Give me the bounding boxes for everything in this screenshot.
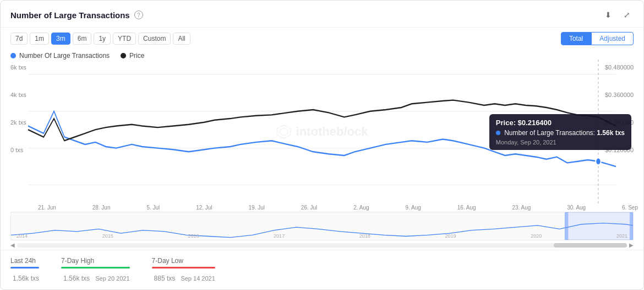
y-label-6k: 6k txs	[10, 64, 26, 71]
stat-bar-high	[61, 267, 130, 268]
legend-dot-txs	[10, 53, 16, 58]
time-btn-1m[interactable]: 1m	[30, 33, 49, 45]
stat-7day-low: 7-Day Low 885 txs Sep 14 2021	[152, 257, 215, 284]
legend-item-price: Price	[121, 52, 144, 60]
view-btn-total[interactable]: Total	[561, 32, 591, 45]
mini-x-2015: 2015	[102, 233, 113, 239]
main-container: Number of Large Transactions ? ⬇ ⤢ 7d 1m…	[0, 0, 644, 290]
stat-label-high: 7-Day High	[61, 257, 130, 265]
mini-chart: 2014 2015 2016 2017 2018 2019 2020 2021	[10, 212, 634, 240]
x-label-0: 21. Jun	[38, 205, 56, 211]
view-btn-adjusted[interactable]: Adjusted	[591, 32, 634, 45]
stat-bar-low	[152, 267, 215, 268]
legend-dot-price	[121, 53, 126, 58]
x-label-3: 12. Jul	[196, 205, 212, 211]
tooltip: Price: $0.216400 Number of Large Transac…	[489, 114, 631, 150]
stat-value-24h: 1.56k txs	[10, 270, 39, 284]
tooltip-txs-label: Number of Large Transactions:	[504, 129, 595, 137]
x-label-7: 9. Aug	[405, 205, 421, 211]
legend-label-price: Price	[129, 52, 144, 60]
stat-last24h: Last 24h 1.56k txs	[10, 257, 39, 284]
y-label-4k: 4k txs	[10, 92, 26, 98]
time-btn-6m[interactable]: 6m	[73, 33, 92, 45]
x-label-6: 2. Aug	[353, 205, 369, 211]
legend-label-txs: Number Of Large Transactions	[19, 52, 110, 60]
mini-x-2021: 2021	[616, 233, 627, 239]
mini-x-2017: 2017	[274, 233, 285, 239]
x-label-1: 28. Jun	[92, 205, 111, 211]
time-btn-1y[interactable]: 1y	[94, 33, 111, 45]
scroll-left[interactable]: ◀	[10, 242, 15, 248]
x-label-4: 19. Jul	[249, 205, 265, 211]
x-label-8: 16. Aug	[457, 205, 476, 211]
time-btn-custom[interactable]: Custom	[138, 33, 171, 45]
stat-value-low: 885 txs Sep 14 2021	[152, 270, 215, 284]
toolbar: 7d 1m 3m 6m 1y YTD Custom All Total Adju…	[1, 28, 643, 50]
svg-point-5	[596, 158, 601, 165]
header-left: Number of Large Transactions ?	[10, 10, 143, 20]
stat-7day-high: 7-Day High 1.56k txs Sep 20 2021	[61, 257, 130, 284]
y-label-2k: 2k txs	[10, 119, 26, 126]
stats-row: Last 24h 1.56k txs 7-Day High 1.56k txs …	[1, 250, 643, 289]
stat-bar-24h	[10, 267, 39, 268]
legend: Number Of Large Transactions Price	[1, 50, 643, 60]
download-button[interactable]: ⬇	[602, 8, 615, 22]
stat-date-high: Sep 20 2021	[95, 275, 129, 282]
time-btn-3m[interactable]: 3m	[51, 33, 70, 45]
scrollbar: ◀ ▶	[1, 240, 643, 250]
mini-x-2014: 2014	[17, 233, 28, 239]
x-label-10: 30. Aug	[567, 205, 586, 211]
mini-x-2016: 2016	[188, 233, 199, 239]
scrollbar-track[interactable]	[17, 243, 627, 248]
mini-x-2019: 2019	[445, 233, 456, 239]
legend-item-txs: Number Of Large Transactions	[10, 52, 110, 60]
tooltip-price-value: $0.216400	[518, 119, 552, 127]
stat-date-low: Sep 14 2021	[181, 275, 215, 282]
mini-x-2018: 2018	[359, 233, 370, 239]
tooltip-txs-value: 1.56k txs	[597, 129, 625, 137]
help-icon[interactable]: ?	[134, 10, 143, 19]
time-buttons: 7d 1m 3m 6m 1y YTD Custom All	[10, 33, 190, 45]
view-buttons: Total Adjusted	[561, 32, 634, 45]
expand-button[interactable]: ⤢	[620, 8, 634, 22]
mini-x-2020: 2020	[531, 233, 542, 239]
x-label-11: 6. Sep	[622, 205, 638, 211]
header: Number of Large Transactions ? ⬇ ⤢	[1, 1, 643, 28]
stat-label-24h: Last 24h	[10, 257, 39, 265]
y-label-0: 0 txs	[10, 147, 23, 153]
header-actions: ⬇ ⤢	[602, 8, 634, 22]
x-label-5: 26. Jul	[301, 205, 317, 211]
time-btn-all[interactable]: All	[173, 33, 190, 45]
tooltip-dot	[496, 131, 500, 135]
time-btn-ytd[interactable]: YTD	[113, 33, 136, 45]
time-btn-7d[interactable]: 7d	[10, 33, 28, 45]
chart-title: Number of Large Transactions	[10, 10, 130, 20]
stat-label-low: 7-Day Low	[152, 257, 215, 265]
scroll-right[interactable]: ▶	[629, 242, 634, 248]
tooltip-price: Price: $0.216400	[496, 119, 625, 127]
x-label-9: 23. Aug	[512, 205, 531, 211]
chart-area: 6k txs 4k txs 2k txs 0 txs $0.480000 $0.…	[1, 60, 643, 203]
stat-value-high: 1.56k txs Sep 20 2021	[61, 270, 130, 284]
tooltip-price-label: Price:	[496, 119, 516, 127]
scrollbar-thumb[interactable]	[554, 243, 627, 248]
tooltip-txs: Number of Large Transactions: 1.56k txs	[496, 129, 625, 137]
x-labels: 21. Jun 28. Jun 5. Jul 12. Jul 19. Jul 2…	[1, 203, 643, 212]
x-label-2: 5. Jul	[146, 205, 160, 211]
tooltip-date: Monday, Sep 20, 2021	[496, 139, 625, 146]
